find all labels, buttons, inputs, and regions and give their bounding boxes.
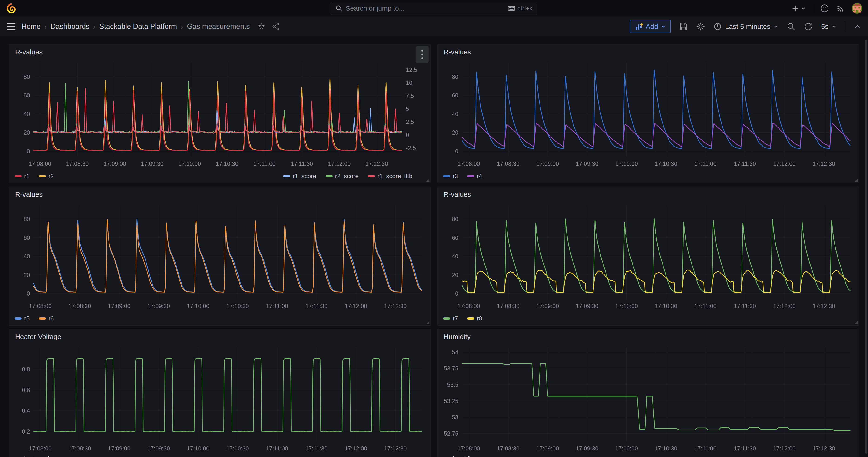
legend-item-r1[interactable]: r1: [14, 173, 30, 180]
legend-label: r4: [477, 173, 482, 180]
panel-r-values-3: R-values r5r6: [9, 186, 431, 326]
timeseries-chart[interactable]: [12, 202, 428, 311]
legend-swatch: [368, 175, 375, 177]
timeseries-chart[interactable]: [12, 344, 428, 454]
search-input[interactable]: Search or jump to... ctrl+k: [331, 2, 537, 15]
legend-item-heatervoltage[interactable]: heatervoltage: [14, 455, 61, 457]
breadcrumb-item[interactable]: Home: [21, 22, 41, 31]
zoom-out-icon[interactable]: [787, 22, 796, 31]
timeseries-chart[interactable]: [441, 344, 856, 454]
save-dashboard-icon[interactable]: [679, 22, 688, 31]
share-icon[interactable]: [272, 22, 280, 31]
breadcrumb-separator-icon: ›: [44, 22, 47, 31]
add-panel-button[interactable]: Add: [630, 20, 671, 33]
legend-label: r1_score_lttb: [377, 173, 412, 180]
legend-swatch: [283, 175, 290, 177]
legend-label: r5: [24, 315, 30, 322]
top-bar: Search or jump to... ctrl+k ?: [0, 0, 868, 17]
breadcrumb-item[interactable]: Stackable Data Platform: [99, 22, 177, 31]
grafana-logo-icon[interactable]: [6, 3, 17, 14]
legend-label: r7: [453, 315, 458, 322]
legend: r3r4: [443, 171, 854, 181]
chevron-down-icon: [832, 24, 836, 29]
menu-burger-icon[interactable]: [7, 23, 16, 30]
divider: [813, 4, 813, 13]
breadcrumb: Home›Dashboards›Stackable Data Platform›…: [21, 22, 250, 31]
grafana-dashboard: Search or jump to... ctrl+k ?: [0, 0, 868, 457]
legend: r1r2r1_scorer2_scorer1_score_lttb: [14, 171, 425, 181]
legend-item-r1_score[interactable]: r1_score: [283, 173, 316, 180]
legend-item-r3[interactable]: r3: [443, 173, 458, 180]
keyboard-icon: [508, 6, 515, 11]
legend-item-r2_score[interactable]: r2_score: [326, 173, 359, 180]
legend-label: r1: [24, 173, 30, 180]
legend-right-group: r1_scorer2_scorer1_score_lttb: [283, 173, 412, 180]
panel-title[interactable]: R-values: [443, 190, 471, 199]
legend-item-r7[interactable]: r7: [443, 315, 458, 322]
refresh-interval-picker[interactable]: 5s: [821, 23, 836, 30]
panel-title[interactable]: Humidity: [443, 333, 471, 341]
legend-label: humidity: [453, 455, 475, 457]
panel-r-values-1: R-values r1r2r1_scorer2_scorer1_score_lt…: [9, 44, 431, 183]
search-shortcut: ctrl+k: [508, 5, 533, 12]
news-rss-icon[interactable]: [836, 4, 845, 13]
panel-resize-handle[interactable]: [426, 321, 429, 324]
legend-item-humidity[interactable]: humidity: [443, 455, 475, 457]
legend-label: r3: [453, 173, 458, 180]
time-range-label: Last 5 minutes: [725, 23, 770, 30]
panel-title[interactable]: R-values: [15, 190, 42, 199]
breadcrumb-item[interactable]: Dashboards: [51, 22, 89, 31]
panel-title[interactable]: R-values: [15, 48, 42, 56]
legend-swatch: [14, 175, 22, 177]
legend-swatch: [443, 175, 450, 177]
divider: [845, 22, 845, 31]
new-item-button[interactable]: [791, 4, 806, 12]
clock-icon: [713, 22, 722, 31]
collapse-toolbar-chevron-up-icon[interactable]: [854, 23, 862, 30]
top-right-actions: ?: [791, 0, 862, 17]
refresh-icon[interactable]: [804, 22, 813, 31]
legend-swatch: [467, 175, 474, 177]
legend: humidity: [443, 453, 854, 457]
panel-humidity: Humidity humidity: [437, 329, 859, 457]
panel-title[interactable]: R-values: [443, 48, 471, 56]
scrollbar-thumb[interactable]: [865, 39, 867, 454]
refresh-interval-label: 5s: [821, 23, 829, 30]
dashboard-toolbar: Home›Dashboards›Stackable Data Platform›…: [0, 17, 868, 36]
timeseries-chart[interactable]: [441, 60, 856, 169]
help-icon[interactable]: ?: [820, 4, 829, 13]
timeseries-chart[interactable]: [441, 202, 856, 311]
panel-resize-handle[interactable]: [855, 179, 858, 182]
legend-item-r8[interactable]: r8: [467, 315, 482, 322]
legend-swatch: [326, 175, 333, 177]
search-icon: [335, 5, 342, 12]
legend: r5r6: [14, 313, 425, 324]
time-range-picker[interactable]: Last 5 minutes: [713, 22, 778, 31]
legend-label: r6: [48, 315, 54, 322]
panel-heater-voltage: Heater Voltage heatervoltage: [9, 329, 431, 457]
legend-swatch: [443, 317, 450, 319]
breadcrumb-separator-icon: ›: [93, 22, 96, 31]
panel-resize-handle[interactable]: [426, 179, 429, 182]
user-avatar[interactable]: [852, 3, 862, 14]
breadcrumb-separator-icon: ›: [181, 22, 183, 31]
panel-r-values-4: R-values r7r8: [437, 186, 859, 326]
panel-r-values-2: R-values r3r4: [437, 44, 859, 183]
legend-swatch: [39, 317, 46, 319]
add-panel-icon: [635, 23, 643, 30]
legend-item-r6[interactable]: r6: [39, 315, 54, 322]
timeseries-chart[interactable]: [12, 60, 428, 169]
legend-swatch: [467, 317, 474, 319]
breadcrumb-item: Gas measurements: [187, 22, 250, 31]
panel-resize-handle[interactable]: [855, 321, 858, 324]
favorite-star-icon[interactable]: [257, 22, 266, 31]
legend-label: r2: [48, 173, 54, 180]
legend-item-r5[interactable]: r5: [14, 315, 30, 322]
legend-item-r1_score_lttb[interactable]: r1_score_lttb: [368, 173, 412, 180]
panel-title[interactable]: Heater Voltage: [15, 333, 61, 341]
legend-item-r4[interactable]: r4: [467, 173, 482, 180]
dashboard-settings-gear-icon[interactable]: [696, 22, 705, 31]
chevron-down-icon: [801, 6, 806, 11]
legend-label: r2_score: [335, 173, 359, 180]
legend-item-r2[interactable]: r2: [39, 173, 54, 180]
